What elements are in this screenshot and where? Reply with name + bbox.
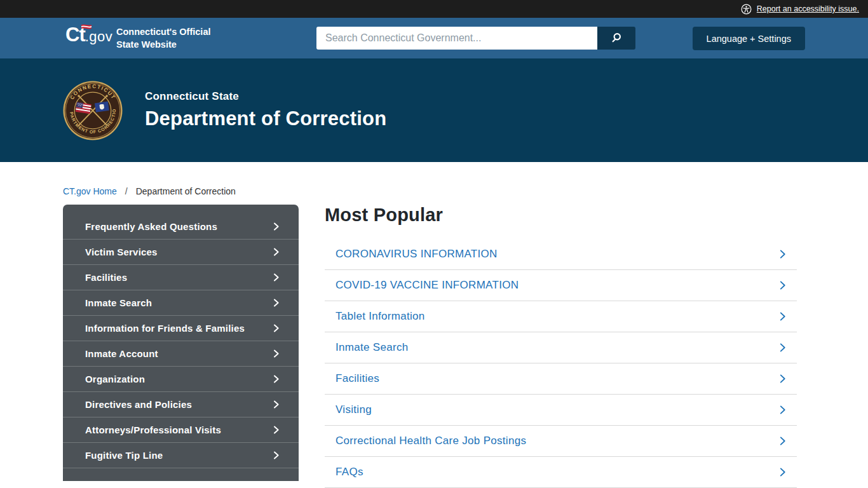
chevron-right-icon bbox=[271, 425, 281, 435]
link-row-covid-19-vaccine-information[interactable]: COVID-19 VACCINE INFORMATION bbox=[325, 270, 797, 301]
link-label: Tablet Information bbox=[336, 310, 425, 323]
sidebar-item-label: Victim Services bbox=[85, 247, 158, 257]
accessibility-icon bbox=[741, 4, 752, 15]
link-label: Inmate Search bbox=[336, 341, 408, 354]
sidebar-item-information-for-friends-families[interactable]: Information for Friends & Families bbox=[63, 316, 299, 341]
breadcrumb-home-link[interactable]: CT.gov Home bbox=[63, 186, 117, 196]
chevron-right-icon bbox=[271, 349, 281, 358]
chevron-right-icon bbox=[271, 374, 281, 384]
report-accessibility-link[interactable]: Report an accessibility issue. bbox=[757, 4, 859, 13]
language-settings-button[interactable]: Language + Settings bbox=[693, 27, 805, 50]
logo-flag-icon bbox=[81, 22, 92, 34]
department-seal: CONNECTICUT DEPARTMENT OF CORRECTION bbox=[62, 80, 123, 141]
link-row-faqs[interactable]: FAQs bbox=[325, 457, 797, 488]
chevron-right-icon bbox=[776, 404, 788, 416]
sidebar-item-inmate-account[interactable]: Inmate Account bbox=[63, 341, 299, 367]
chevron-right-icon bbox=[776, 248, 788, 260]
sidebar-item-inmate-search[interactable]: Inmate Search bbox=[63, 290, 299, 316]
sidebar-item-label: Inmate Search bbox=[85, 297, 152, 308]
chevron-right-icon bbox=[271, 222, 281, 231]
content-columns: Frequently Asked Questions Victim Servic… bbox=[63, 205, 797, 488]
link-row-facilities[interactable]: Facilities bbox=[325, 363, 797, 395]
link-row-coronavirus-information[interactable]: CORONAVIRUS INFORMATION bbox=[325, 239, 797, 270]
link-row-visiting[interactable]: Visiting bbox=[325, 395, 797, 426]
link-label: Facilities bbox=[336, 372, 379, 385]
link-row-correctional-health-care-job-postings[interactable]: Correctional Health Care Job Postings bbox=[325, 426, 797, 457]
accessibility-bar: Report an accessibility issue. bbox=[0, 0, 868, 18]
chevron-right-icon bbox=[776, 311, 788, 322]
sidebar-nav: Frequently Asked Questions Victim Servic… bbox=[63, 205, 299, 481]
breadcrumb-current: Department of Correction bbox=[136, 186, 236, 196]
sidebar-item-label: Frequently Asked Questions bbox=[85, 221, 217, 232]
sidebar-item-label: Fugitive Tip Line bbox=[85, 450, 163, 461]
chevron-right-icon bbox=[271, 247, 281, 257]
link-label: CORONAVIRUS INFORMATION bbox=[336, 248, 498, 261]
search-input[interactable] bbox=[316, 27, 597, 50]
sidebar-item-label: Inmate Account bbox=[85, 348, 158, 359]
site-header: Ct .gov Connecticut's Official State Web… bbox=[0, 18, 868, 58]
breadcrumb-separator: / bbox=[125, 186, 128, 196]
chevron-right-icon bbox=[776, 280, 788, 291]
chevron-right-icon bbox=[776, 373, 788, 384]
sidebar-item-label: Facilities bbox=[85, 272, 127, 283]
agency-name: Department of Correction bbox=[145, 107, 386, 130]
link-row-inmate-search[interactable]: Inmate Search bbox=[325, 332, 797, 363]
content-area: CT.gov Home / Department of Correction F… bbox=[63, 186, 797, 488]
chevron-right-icon bbox=[776, 342, 788, 353]
search-icon bbox=[610, 31, 623, 46]
link-label: COVID-19 VACCINE INFORMATION bbox=[336, 279, 519, 292]
chevron-right-icon bbox=[271, 298, 281, 308]
sidebar-item-facilities[interactable]: Facilities bbox=[63, 265, 299, 290]
page: Report an accessibility issue. Ct .gov C… bbox=[0, 0, 868, 488]
sidebar-item-label: Directives and Policies bbox=[85, 399, 192, 410]
site-tagline: Connecticut's Official State Website bbox=[116, 26, 210, 51]
main-content: Most Popular CORONAVIRUS INFORMATION COV… bbox=[325, 205, 797, 488]
ctgov-logo[interactable]: Ct .gov bbox=[65, 25, 112, 44]
sidebar-item-frequently-asked-questions[interactable]: Frequently Asked Questions bbox=[63, 214, 299, 240]
chevron-right-icon bbox=[271, 273, 281, 282]
link-label: Visiting bbox=[336, 403, 372, 416]
chevron-right-icon bbox=[776, 435, 788, 447]
most-popular-list: CORONAVIRUS INFORMATION COVID-19 VACCINE… bbox=[325, 239, 797, 488]
sidebar-item-directives-and-policies[interactable]: Directives and Policies bbox=[63, 392, 299, 417]
link-label: FAQs bbox=[336, 466, 363, 478]
agency-title-block: Connecticut State Department of Correcti… bbox=[145, 90, 386, 130]
chevron-right-icon bbox=[271, 451, 281, 460]
page-title: Most Popular bbox=[325, 205, 797, 226]
site-search bbox=[316, 27, 635, 50]
breadcrumb: CT.gov Home / Department of Correction bbox=[63, 186, 797, 196]
sidebar-item-label: Organization bbox=[85, 374, 145, 384]
sidebar-item-fugitive-tip-line[interactable]: Fugitive Tip Line bbox=[63, 443, 299, 468]
tagline-line1: Connecticut's Official bbox=[116, 26, 210, 39]
chevron-right-icon bbox=[271, 400, 281, 409]
sidebar-item-victim-services[interactable]: Victim Services bbox=[63, 240, 299, 265]
tagline-line2: State Website bbox=[116, 39, 210, 51]
chevron-right-icon bbox=[776, 466, 788, 478]
sidebar-item-attorneys-professional-visits[interactable]: Attorneys/Professional Visits bbox=[63, 417, 299, 443]
sidebar-item-label: Information for Friends & Families bbox=[85, 323, 245, 334]
sidebar-item-label: Attorneys/Professional Visits bbox=[85, 424, 221, 435]
agency-banner: CONNECTICUT DEPARTMENT OF CORRECTION Con… bbox=[0, 58, 868, 162]
link-label: Correctional Health Care Job Postings bbox=[336, 435, 526, 447]
chevron-right-icon bbox=[271, 323, 281, 333]
link-row-tablet-information[interactable]: Tablet Information bbox=[325, 301, 797, 332]
sidebar-item-organization[interactable]: Organization bbox=[63, 367, 299, 392]
agency-parent: Connecticut State bbox=[145, 90, 386, 103]
search-button[interactable] bbox=[597, 27, 635, 50]
